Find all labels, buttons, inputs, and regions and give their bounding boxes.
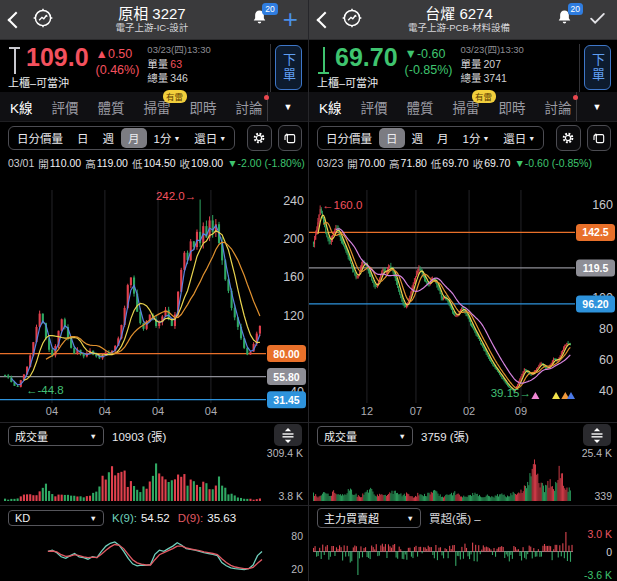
total-volume-label: 總量 [147,71,168,85]
chevron-down-icon [399,432,406,441]
tab-rating[interactable]: 評價 [361,97,388,117]
divider [579,44,580,92]
quote-section: 109.0 ▲0.50 (0.46%) 03/23(四)13:30 單量63 總… [0,40,308,92]
svg-text:04: 04 [46,405,58,417]
stock-industry: 電子上游-PCB-材料設備 [408,23,510,34]
chevron-down-icon [90,432,97,441]
stock-title: 原相 3227 [118,5,186,22]
svg-text:31.45: 31.45 [273,394,299,406]
bs-top-scale: 3.0 K [587,528,612,540]
back-icon[interactable] [317,11,334,28]
stock-title: 台燿 6274 [425,5,493,22]
more-tabs-button[interactable] [267,92,308,121]
change-percent: (-0.85%) [405,62,453,78]
rotate-screen-button[interactable] [278,125,302,151]
svg-text:55.80: 55.80 [273,371,299,383]
period-week[interactable]: 週 [405,128,431,148]
change-value: ▲0.50 [96,46,140,62]
volume-chart[interactable] [309,447,617,503]
period-week[interactable]: 週 [96,128,122,148]
quote-stats: 03/23(四)13:30 單量63 總量346 [147,44,210,85]
kd-bottom-scale: 20 [291,563,303,575]
tab-quality[interactable]: 體質 [407,97,434,117]
tab-discuss[interactable]: 討論 [236,97,263,117]
chevron-down-icon [593,102,602,112]
quote-datetime: 03/23(四)13:30 [147,44,210,57]
stock-title-block[interactable]: 原相 3227 電子上游-IC-設計 [60,5,244,33]
tab-discuss[interactable]: 討論 [545,97,572,117]
tab-realtime[interactable]: 即時 [190,97,217,117]
rotate-screen-button[interactable] [587,125,611,151]
period-daily-pv[interactable]: 日分價量 [319,128,379,148]
gear-icon [251,130,267,146]
back-icon[interactable] [8,11,25,28]
notification-bell-icon[interactable]: 20 [250,8,269,31]
svg-text:←160.0: ←160.0 [322,199,362,211]
indicator-dropdown[interactable]: KD [8,510,104,526]
pane-resize-handle[interactable] [583,424,611,446]
chart-settings-button[interactable] [556,125,580,151]
svg-text:119.5: 119.5 [583,262,609,274]
period-minute[interactable]: 1分 [456,128,497,148]
diagnosis-compass-icon[interactable] [341,7,363,33]
limit-bottom-marker-icon [317,47,330,74]
pane-resize-handle[interactable] [274,424,302,446]
tab-realtime[interactable]: 即時 [499,97,526,117]
scan-alert-badge: 有雷 [472,90,496,103]
svg-text:04: 04 [99,405,111,417]
period-day[interactable]: 日 [70,128,96,148]
place-order-button[interactable]: 下單 [275,45,302,90]
volume-indicator-dropdown[interactable]: 成交量 [8,426,104,446]
diagnosis-compass-icon[interactable] [32,7,54,33]
place-order-button[interactable]: 下單 [584,45,611,90]
ohlc-readout: 03/23 開70.00 高71.80 低69.70 收69.70 ▼-0.60… [309,154,617,172]
volume-value: 10903 (張) [112,428,166,444]
market-type-label: 上櫃–可當沖 [317,74,378,90]
tab-scan[interactable]: 掃雷有雷 [144,97,171,117]
top-nav-bar: 台燿 6274 電子上游-PCB-材料設備 20 [309,0,617,40]
bs-bottom-scale: -3.6 K [584,569,612,581]
tab-rating[interactable]: 評價 [52,97,79,117]
period-restored-day[interactable]: 還日 [496,128,542,148]
stock-title-block[interactable]: 台燿 6274 電子上游-PCB-材料設備 [369,5,549,33]
period-month[interactable]: 月 [430,128,456,148]
period-daily-pv[interactable]: 日分價量 [10,128,70,148]
more-tabs-button[interactable] [576,92,617,121]
notification-bell-icon[interactable]: 20 [555,8,574,31]
tab-kline[interactable]: K線 [319,97,342,117]
period-restored-day[interactable]: 還日 [187,128,233,148]
main-force-pane: 主力買賣超 買超(張) – 3.0 K 0 -3.6 K [309,505,617,581]
tab-scan[interactable]: 掃雷有雷 [453,97,480,117]
volume-chart[interactable] [0,447,308,503]
period-minute[interactable]: 1分 [147,128,188,148]
tab-quality[interactable]: 體質 [98,97,125,117]
kd-chart[interactable] [0,528,308,581]
volume-min-label: 3.8 K [278,490,303,502]
confirm-check-icon[interactable] [586,8,609,31]
limit-top-marker-icon [8,47,21,74]
chart-toolbar: 日分價量 日 週 月 1分 還日 [0,122,308,154]
high-value: 119.00 [97,157,128,169]
stock-industry: 電子上游-IC-設計 [115,23,188,34]
tab-kline[interactable]: K線 [10,97,33,117]
chevron-down-icon [90,514,97,523]
d-value: 35.63 [207,512,236,524]
buy-super-label: 買超(張) – [429,510,481,526]
volume-indicator-dropdown[interactable]: 成交量 [317,426,413,446]
buy-sell-chart[interactable] [309,528,617,581]
chevron-down-icon [482,135,489,142]
period-day[interactable]: 日 [379,128,405,148]
gear-icon [560,130,576,146]
candlestick-chart[interactable]: 2402001601204080.0055.8031.4504040404242… [0,172,308,422]
candlestick-chart[interactable]: 160100806040142.5119.596.2012070209←160.… [309,172,617,422]
indicator-dropdown[interactable]: 主力買賣超 [317,508,421,528]
svg-text:07: 07 [410,405,422,417]
add-icon[interactable] [281,9,300,30]
kd-indicator-pane: KD K(9): 54.52 D(9): 35.63 80 20 [0,505,308,581]
period-month[interactable]: 月 [121,128,147,148]
volume-value: 3759 (張) [421,428,469,444]
chart-settings-button[interactable] [247,125,271,151]
svg-text:142.5: 142.5 [582,226,608,238]
price-change: ▲0.50 (0.46%) [96,46,140,79]
svg-text:39.15→: 39.15→ [491,387,531,399]
